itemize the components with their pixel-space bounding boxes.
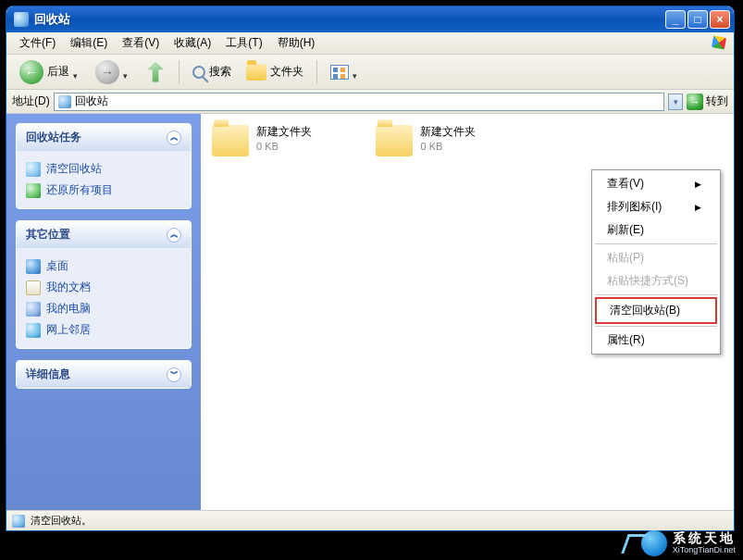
ctx-paste: 粘贴(P)	[594, 246, 718, 269]
go-icon: →	[687, 93, 703, 110]
maximize-button[interactable]: □	[687, 10, 708, 29]
windows-flag-icon	[710, 34, 728, 51]
ctx-label: 清空回收站(B)	[610, 303, 680, 318]
file-list[interactable]: 新建文件夹 0 KB 新建文件夹 0 KB 查看(V) ▶ 排列图标(I)	[201, 114, 734, 510]
recycle-bin-icon	[14, 12, 29, 27]
chevron-down-icon[interactable]: ︾	[167, 367, 181, 382]
go-button[interactable]: → 转到	[687, 93, 728, 110]
other-header[interactable]: 其它位置 ︽	[17, 221, 191, 248]
address-value: 回收站	[75, 93, 108, 109]
folders-label: 文件夹	[270, 64, 303, 80]
network-icon	[26, 323, 41, 338]
window-controls: _ □ ×	[665, 10, 730, 29]
sidebar-item-empty-bin[interactable]: 清空回收站	[26, 158, 181, 180]
back-arrow-icon: ←	[19, 60, 43, 84]
menubar: 文件(F) 编辑(E) 查看(V) 收藏(A) 工具(T) 帮助(H)	[6, 32, 734, 55]
sidebar: 回收站任务 ︽ 清空回收站 还原所有项目 其它位置	[6, 114, 201, 510]
sidebar-item-label: 清空回收站	[46, 161, 102, 177]
forward-dropdown-icon[interactable]	[123, 68, 130, 76]
toolbar-separator	[179, 60, 180, 84]
tasks-title: 回收站任务	[26, 130, 81, 145]
list-item[interactable]: 新建文件夹 0 KB	[376, 125, 528, 156]
tasks-header[interactable]: 回收站任务 ︽	[17, 124, 191, 151]
details-header[interactable]: 详细信息 ︾	[17, 361, 191, 388]
views-dropdown-icon[interactable]	[353, 68, 360, 76]
watermark-en: XiTongTianDi.net	[673, 546, 736, 555]
titlebar[interactable]: 回收站 _ □ ×	[6, 6, 734, 32]
ctx-separator	[595, 294, 717, 295]
back-label: 后退	[47, 64, 69, 80]
address-input[interactable]: 回收站	[54, 93, 664, 111]
details-panel: 详细信息 ︾	[16, 360, 192, 389]
close-button[interactable]: ×	[710, 10, 730, 29]
chevron-up-icon[interactable]: ︽	[167, 131, 181, 145]
views-button[interactable]	[325, 62, 365, 82]
sidebar-item-network[interactable]: 网上邻居	[26, 319, 181, 341]
ctx-label: 属性(R)	[607, 332, 645, 348]
menu-edit[interactable]: 编辑(E)	[63, 33, 115, 53]
menu-view[interactable]: 查看(V)	[115, 33, 167, 53]
address-label: 地址(D)	[12, 93, 50, 109]
sidebar-item-label: 网上邻居	[46, 322, 91, 338]
watermark: 系统天地 XiTongTianDi.net	[641, 530, 736, 556]
other-places-panel: 其它位置 ︽ 桌面 我的文档 我的电脑	[16, 220, 192, 349]
sidebar-item-label: 我的文档	[46, 280, 91, 295]
back-dropdown-icon[interactable]	[73, 68, 80, 76]
address-bar: 地址(D) 回收站 ▾ → 转到	[6, 90, 734, 114]
submenu-arrow-icon: ▶	[695, 203, 701, 212]
restore-icon	[26, 183, 41, 198]
submenu-arrow-icon: ▶	[695, 180, 701, 189]
forward-button[interactable]: →	[90, 57, 136, 87]
ctx-label: 查看(V)	[607, 176, 644, 192]
statusbar: 清空回收站。	[6, 510, 734, 530]
computer-icon	[26, 302, 41, 317]
ctx-paste-shortcut: 粘贴快捷方式(S)	[594, 269, 718, 292]
watermark-logo-icon	[641, 530, 667, 556]
up-button[interactable]	[140, 59, 171, 85]
sidebar-item-restore-all[interactable]: 还原所有项目	[26, 180, 181, 201]
folder-icon	[212, 125, 249, 156]
chevron-up-icon[interactable]: ︽	[167, 228, 181, 243]
list-item[interactable]: 新建文件夹 0 KB	[212, 125, 365, 156]
ctx-separator	[595, 243, 717, 244]
search-button[interactable]: 搜索	[187, 61, 237, 82]
menu-favorites[interactable]: 收藏(A)	[167, 33, 218, 53]
sidebar-item-desktop[interactable]: 桌面	[26, 255, 181, 277]
address-dropdown-button[interactable]: ▾	[668, 93, 683, 110]
window-title: 回收站	[34, 11, 665, 28]
sidebar-item-documents[interactable]: 我的文档	[26, 277, 181, 298]
recycle-bin-icon	[58, 95, 71, 108]
ctx-properties[interactable]: 属性(R)	[594, 329, 718, 352]
minimize-button[interactable]: _	[665, 10, 686, 29]
menu-help[interactable]: 帮助(H)	[270, 33, 323, 53]
ctx-label: 粘贴快捷方式(S)	[607, 273, 688, 289]
folder-icon	[376, 125, 413, 156]
toolbar: ← 后退 → 搜索 文件夹	[6, 55, 734, 90]
back-button[interactable]: ← 后退	[14, 57, 86, 87]
documents-icon	[26, 280, 41, 295]
recycle-bin-icon	[12, 515, 25, 528]
file-size: 0 KB	[420, 140, 476, 153]
folders-button[interactable]: 文件夹	[241, 61, 309, 83]
ctx-label: 刷新(E)	[607, 222, 644, 238]
ctx-arrange-icons[interactable]: 排列图标(I) ▶	[594, 195, 718, 218]
views-icon	[330, 65, 349, 80]
status-text: 清空回收站。	[31, 514, 92, 528]
sidebar-item-label: 还原所有项目	[46, 182, 113, 198]
folder-icon	[246, 64, 266, 81]
explorer-window: 回收站 _ □ × 文件(F) 编辑(E) 查看(V) 收藏(A) 工具(T) …	[6, 6, 735, 531]
search-icon	[192, 66, 205, 79]
ctx-view[interactable]: 查看(V) ▶	[594, 172, 718, 195]
ctx-refresh[interactable]: 刷新(E)	[594, 218, 718, 242]
menu-file[interactable]: 文件(F)	[12, 33, 63, 53]
toolbar-separator	[316, 60, 317, 84]
sidebar-item-my-computer[interactable]: 我的电脑	[26, 298, 181, 319]
empty-bin-icon	[26, 162, 41, 177]
ctx-label: 粘贴(P)	[607, 250, 644, 266]
watermark-cn: 系统天地	[673, 531, 736, 545]
body: 回收站任务 ︽ 清空回收站 还原所有项目 其它位置	[6, 114, 734, 510]
sidebar-item-label: 我的电脑	[46, 301, 91, 317]
menu-tools[interactable]: 工具(T)	[218, 33, 269, 53]
ctx-empty-recycle-bin[interactable]: 清空回收站(B)	[597, 299, 715, 322]
context-menu: 查看(V) ▶ 排列图标(I) ▶ 刷新(E) 粘贴(P) 粘贴快捷方式(S)	[591, 169, 721, 355]
